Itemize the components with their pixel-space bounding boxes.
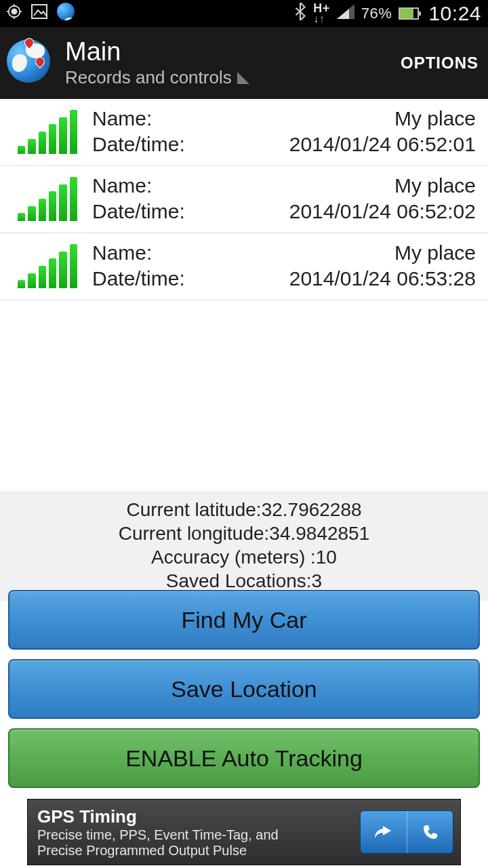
datetime-value: 2014/01/24 06:53:28 xyxy=(289,267,476,290)
signal-icon xyxy=(18,109,77,154)
ad-title: GPS Timing xyxy=(37,806,360,827)
battery-icon xyxy=(399,7,419,20)
app-title: Main xyxy=(65,38,249,66)
name-value: My place xyxy=(394,241,476,264)
record-row[interactable]: Name:My place Date/time:2014/01/24 06:52… xyxy=(0,166,488,233)
globe-notif-icon xyxy=(57,3,75,24)
clock: 10:24 xyxy=(428,2,481,25)
button-group: Find My Car Save Location ENABLE Auto Tr… xyxy=(8,590,480,788)
acc-value: 10 xyxy=(316,547,337,568)
saved-label: Saved Locations: xyxy=(166,570,312,591)
datetime-value: 2014/01/24 06:52:02 xyxy=(289,200,476,223)
datetime-label: Date/time: xyxy=(92,133,185,156)
image-icon xyxy=(31,4,47,23)
lat-value: 32.7962288 xyxy=(262,499,362,520)
title-dropdown[interactable]: Main Records and controls xyxy=(65,38,249,89)
save-location-button[interactable]: Save Location xyxy=(8,659,480,719)
name-value: My place xyxy=(394,174,476,197)
ad-call-button[interactable] xyxy=(407,811,453,853)
ad-subtitle-line1: Precise time, PPS, Event Time-Tag, and xyxy=(37,827,360,843)
datetime-value: 2014/01/24 06:52:01 xyxy=(289,133,476,156)
record-row[interactable]: Name:My place Date/time:2014/01/24 06:53… xyxy=(0,233,488,300)
options-button[interactable]: OPTIONS xyxy=(401,54,479,73)
record-row[interactable]: Name:My place Date/time:2014/01/24 06:52… xyxy=(0,99,488,166)
find-my-car-button[interactable]: Find My Car xyxy=(8,590,480,650)
network-type-label: H+ ↓↑ xyxy=(313,3,330,23)
location-info: Current latitude:32.7962288 Current long… xyxy=(0,491,488,601)
battery-percentage: 76% xyxy=(361,5,392,22)
datetime-label: Date/time: xyxy=(92,267,185,290)
signal-icon xyxy=(337,4,354,23)
app-subtitle: Records and controls xyxy=(65,67,232,88)
status-bar: H+ ↓↑ 76% 10:24 xyxy=(0,0,488,27)
location-icon xyxy=(7,4,22,23)
dropdown-icon xyxy=(237,72,249,84)
name-label: Name: xyxy=(92,174,152,197)
signal-icon xyxy=(18,176,77,221)
action-bar: Main Records and controls OPTIONS xyxy=(0,27,488,99)
name-value: My place xyxy=(394,107,476,130)
name-label: Name: xyxy=(92,107,152,130)
ad-share-button[interactable] xyxy=(361,811,407,853)
app-icon[interactable] xyxy=(7,39,54,87)
lon-label: Current longitude: xyxy=(119,523,270,544)
lon-value: 34.9842851 xyxy=(269,523,369,544)
name-label: Name: xyxy=(92,241,152,264)
ad-subtitle-line2: Precise Programmed Output Pulse xyxy=(37,843,360,859)
signal-icon xyxy=(18,243,77,288)
bluetooth-icon xyxy=(294,3,306,24)
lat-label: Current latitude: xyxy=(126,499,261,520)
saved-value: 3 xyxy=(312,570,323,591)
datetime-label: Date/time: xyxy=(92,200,185,223)
ad-banner[interactable]: GPS Timing Precise time, PPS, Event Time… xyxy=(27,799,461,865)
records-list: Name:My place Date/time:2014/01/24 06:52… xyxy=(0,99,488,300)
acc-label: Accuracy (meters) : xyxy=(151,547,316,568)
svg-point-0 xyxy=(12,9,16,14)
enable-auto-tracking-button[interactable]: ENABLE Auto Tracking xyxy=(8,728,480,788)
